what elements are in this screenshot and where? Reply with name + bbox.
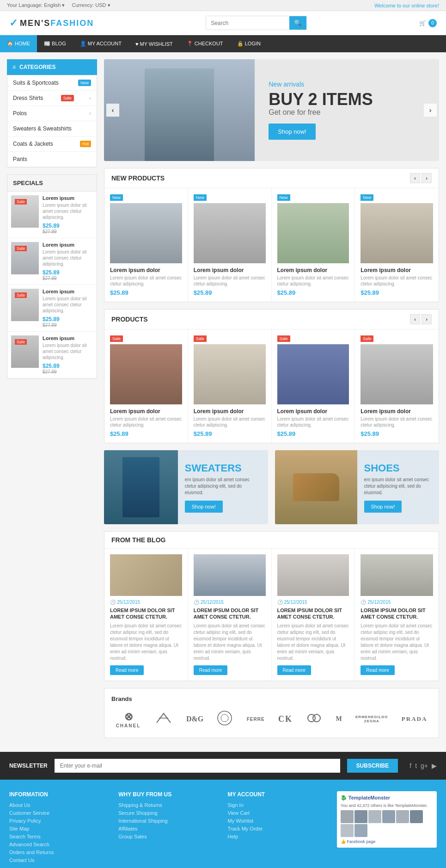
read-more-button[interactable]: Read more — [277, 665, 311, 675]
categories-header: ≡ CATEGORIES — [7, 59, 97, 75]
hamburger-icon: ≡ — [12, 64, 16, 70]
blog-excerpt: Lorem ipsum dolor sit amet consec ctetur… — [110, 623, 182, 662]
twitter-icon[interactable]: t — [415, 762, 417, 769]
new-products-prev[interactable]: ‹ — [410, 173, 420, 183]
footer-link-shipping[interactable]: Shipping & Returns — [118, 802, 218, 808]
promo-sweaters-button[interactable]: Shop now! — [185, 501, 223, 513]
footer-link-advanced[interactable]: Advanced Search — [9, 842, 109, 847]
badge-sale: Sale — [61, 95, 74, 101]
footer-link-customer[interactable]: Customer Service — [9, 810, 109, 816]
special-info: Lorem ipsum Lorem ipsum dolor sit amet c… — [43, 242, 93, 281]
cat-sweaters[interactable]: Sweaters & Sweatshirts — [7, 121, 97, 136]
footer-link-help[interactable]: Help — [228, 834, 328, 839]
cat-polos[interactable]: Polos › — [7, 106, 97, 121]
search-bar: 🔍 — [206, 16, 307, 30]
brand-ferre[interactable]: FERRE — [244, 714, 267, 724]
banner-shop-button[interactable]: Shop now! — [269, 124, 315, 140]
nav-home[interactable]: 🏠 HOME — [0, 35, 37, 52]
promo-sweaters-image — [104, 450, 178, 524]
top-bar: Your Language: English ▾ Currency: USD ▾… — [0, 0, 446, 11]
new-products-next[interactable]: › — [422, 173, 432, 183]
promo-banners: SWEATERS em ipsum dolor sit amet consec … — [104, 450, 439, 524]
special-desc: Lorem ipsum dolor sit amet consec ctetur… — [43, 249, 93, 267]
nav-account[interactable]: 👤 MY ACCOUNT — [73, 35, 128, 52]
cat-suits[interactable]: Suits & Sportcoats New — [7, 75, 97, 91]
promo-sweaters-content: SWEATERS em ipsum dolor sit amet consec … — [178, 455, 268, 520]
footer-link-cart[interactable]: View Cart — [228, 810, 328, 816]
search-input[interactable] — [206, 16, 289, 30]
product-price: $25.89 — [194, 289, 266, 296]
youtube-icon[interactable]: ▶ — [432, 762, 437, 769]
footer-link-track[interactable]: Track My Order — [228, 826, 328, 831]
footer-link-about[interactable]: About Us — [9, 802, 109, 808]
brand-montblanc[interactable]: M — [334, 713, 344, 725]
read-more-button[interactable]: Read more — [360, 665, 394, 675]
product-desc: Lorem ipsum dolor sit amet consec ctetur… — [277, 416, 349, 428]
footer-link-sitemap[interactable]: Site Map — [9, 826, 109, 831]
footer-link-signin[interactable]: Sign In — [228, 802, 328, 808]
footer-link-privacy[interactable]: Privacy Policy — [9, 818, 109, 824]
product-desc: Lorem ipsum dolor sit amet consec ctetur… — [110, 416, 182, 428]
logo[interactable]: ✓ MEN'SFASHION — [9, 17, 94, 29]
brand-prada[interactable]: PRADA — [399, 713, 430, 725]
special-price: $25.89 — [43, 363, 93, 369]
blog-header: FROM THE BLOG — [104, 532, 439, 549]
promo-shoes-button[interactable]: Shop now! — [364, 501, 402, 513]
nav-checkout[interactable]: 📍 CHECKOUT — [180, 35, 230, 52]
product-price: $25.89 — [110, 289, 182, 296]
nav-wishlist[interactable]: ♥ MY WISHLIST — [128, 36, 180, 52]
facebook-page-link[interactable]: 👍 Facebook page — [341, 839, 433, 844]
brand-gucci[interactable] — [304, 710, 324, 728]
special-title: Lorem ipsum — [43, 195, 93, 201]
footer-link-group[interactable]: Group Sales — [118, 834, 218, 839]
cat-shirts[interactable]: Dress Shirts Sale › — [7, 91, 97, 106]
promo-shoes-title: SHOES — [364, 462, 433, 474]
products-prev[interactable]: ‹ — [410, 314, 420, 324]
footer-link-orders[interactable]: Orders and Returns — [9, 849, 109, 855]
nav-login[interactable]: 🔒 LOGIN — [230, 35, 268, 52]
footer-link-international[interactable]: International Shipping — [118, 818, 218, 824]
brand-zegna[interactable]: ERMENEGILDOZEGNA — [353, 713, 391, 725]
products-next[interactable]: › — [422, 314, 432, 324]
footer-link-affiliates[interactable]: Affiliates — [118, 826, 218, 831]
banner-prev-button[interactable]: ‹ — [106, 104, 119, 117]
special-price: $25.89 — [43, 269, 93, 276]
main-nav: 🏠 HOME 📰 BLOG 👤 MY ACCOUNT ♥ MY WISHLIST… — [0, 35, 446, 52]
product-card: Sale Lorem ipsum dolor Lorem ipsum dolor… — [272, 329, 355, 443]
search-button[interactable]: 🔍 — [289, 16, 306, 30]
google-plus-icon[interactable]: g+ — [421, 762, 428, 769]
svg-point-3 — [313, 714, 320, 722]
brand-armani[interactable] — [152, 709, 175, 730]
facebook-icon[interactable]: f — [409, 762, 411, 769]
footer-link-wishlist[interactable]: My Wishlist — [228, 818, 328, 824]
newsletter-subscribe-button[interactable]: SUBSCRIBE — [347, 759, 398, 773]
currency-selector[interactable]: Currency: USD ▾ — [72, 2, 110, 8]
logo-icon: ✓ — [9, 17, 18, 29]
language-selector[interactable]: Your Language: English ▾ — [7, 2, 65, 8]
products-grid: Sale Lorem ipsum dolor Lorem ipsum dolor… — [104, 329, 439, 443]
product-image — [194, 344, 266, 404]
cat-pants[interactable]: Pants — [7, 152, 97, 167]
brand-ck[interactable]: CK — [276, 712, 295, 726]
footer-link-contact[interactable]: Contact Us — [9, 857, 109, 863]
banner-next-button[interactable]: › — [424, 104, 437, 117]
special-info: Lorem ipsum Lorem ipsum dolor sit amet c… — [43, 289, 93, 328]
product-price: $25.89 — [194, 430, 266, 437]
newsletter-input[interactable] — [55, 759, 340, 773]
blog-image — [110, 554, 182, 596]
read-more-button[interactable]: Read more — [194, 665, 227, 675]
read-more-button[interactable]: Read more — [110, 665, 144, 675]
brand-paco[interactable] — [214, 708, 235, 730]
product-desc: Lorem ipsum dolor sit amet consec ctetur… — [360, 275, 433, 287]
cat-coats[interactable]: Coats & Jackets Hot — [7, 136, 97, 152]
cart-button[interactable]: 🛒 0 — [419, 19, 437, 27]
product-desc: Lorem ipsum dolor sit amet consec ctetur… — [110, 275, 182, 287]
blog-date: 🕐 25/12/2015 — [110, 600, 182, 605]
footer-link-search[interactable]: Search Terms — [9, 834, 109, 839]
special-info: Lorem ipsum Lorem ipsum dolor sit amet c… — [43, 335, 93, 374]
nav-blog[interactable]: 📰 BLOG — [37, 35, 73, 52]
brand-chanel[interactable]: ⊗ CHANEL — [114, 708, 143, 731]
categories-list: Suits & Sportcoats New Dress Shirts Sale… — [7, 75, 97, 167]
footer-link-secure[interactable]: Secure Shopping — [118, 810, 218, 816]
brand-dg[interactable]: D&G — [184, 713, 206, 725]
